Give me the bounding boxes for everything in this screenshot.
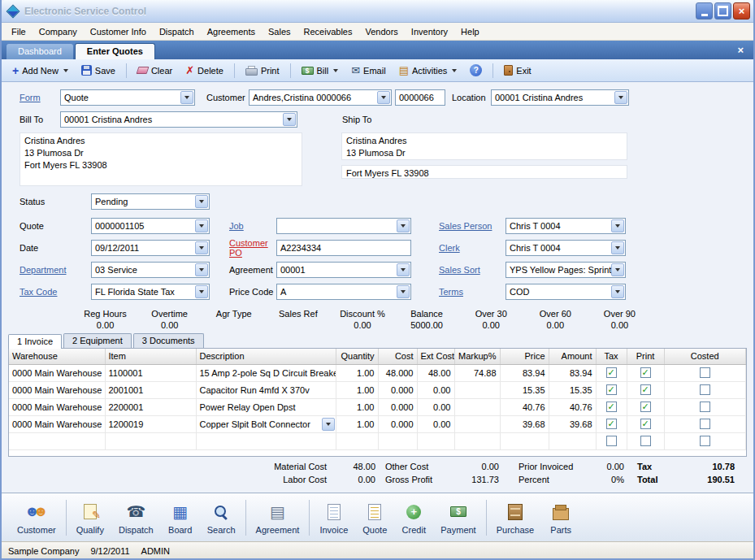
clerk-select[interactable]: Chris T 0004 (506, 240, 626, 256)
dropdown-arrow-icon[interactable] (611, 285, 624, 298)
cell-warehouse[interactable]: 0000 Main Warehouse (9, 398, 105, 415)
tab-enter-quotes[interactable]: Enter Quotes (75, 43, 155, 59)
dropdown-arrow-icon[interactable] (397, 285, 410, 298)
cell-price[interactable]: 15.35 (500, 381, 549, 398)
cell-amount[interactable]: 15.35 (549, 381, 596, 398)
table-row[interactable] (9, 432, 746, 449)
col-price[interactable]: Price (500, 349, 549, 364)
search-shortcut-button[interactable]: Search (200, 497, 243, 538)
cell-item[interactable] (105, 432, 196, 449)
payment-shortcut-button[interactable]: $ Payment (433, 497, 483, 538)
quote-shortcut-button[interactable]: Quote (355, 497, 394, 538)
date-select[interactable]: 09/12/2011 (91, 240, 210, 256)
menu-company[interactable]: Company (33, 24, 84, 39)
cell-item[interactable]: 1100001 (105, 364, 196, 381)
cell-description[interactable]: 15 Amp 2-pole Sq D Circuit Breake (196, 364, 336, 381)
tax-code-link-label[interactable]: Tax Code (20, 287, 91, 297)
dropdown-arrow-icon[interactable] (611, 219, 624, 232)
ship-city-box[interactable]: Fort Myers FL 33908 (341, 165, 627, 179)
table-row[interactable]: 0000 Main Warehouse 2200001 Power Relay … (9, 398, 746, 415)
cell-quantity[interactable]: 1.00 (336, 364, 378, 381)
cell-item[interactable]: 2001001 (105, 381, 196, 398)
tax-checkbox[interactable] (606, 436, 617, 446)
department-link-label[interactable]: Department (20, 265, 91, 275)
cell-amount[interactable] (549, 432, 596, 449)
cell-description[interactable]: Copper Slpit Bolt Connector (196, 415, 336, 432)
dropdown-arrow-icon[interactable] (397, 263, 410, 276)
invoice-shortcut-button[interactable]: Invoice (312, 497, 355, 538)
cell-item[interactable]: 2200001 (105, 398, 196, 415)
table-row[interactable]: 0000 Main Warehouse 1100001 15 Amp 2-pol… (9, 364, 746, 381)
menu-customer-info[interactable]: Customer Info (84, 24, 153, 39)
menu-vendors[interactable]: Vendors (358, 24, 404, 39)
cell-ext-cost[interactable]: 0.00 (417, 415, 454, 432)
menu-help[interactable]: Help (454, 24, 486, 39)
costed-checkbox[interactable] (700, 367, 710, 378)
table-row[interactable]: 0000 Main Warehouse 1200019 Copper Slpit… (9, 415, 746, 432)
add-new-dropdown-icon[interactable] (63, 69, 68, 72)
cell-quantity[interactable]: 1.00 (336, 415, 378, 432)
cell-price[interactable]: 40.76 (500, 398, 549, 415)
col-tax[interactable]: Tax (596, 349, 627, 364)
cell-description[interactable]: Capacitor Run 4mfd X 370v (196, 381, 336, 398)
dropdown-arrow-icon[interactable] (195, 241, 208, 254)
cell-warehouse[interactable] (9, 432, 105, 449)
credit-shortcut-button[interactable]: + Credit (394, 497, 433, 538)
agreement-shortcut-button[interactable]: ▤ Agreement (249, 497, 307, 538)
job-link-label[interactable]: Job (229, 221, 276, 231)
bill-address-box[interactable]: Cristina Andres 13 Plumosa Dr Fort Myers… (20, 132, 302, 186)
parts-shortcut-button[interactable]: Parts (541, 497, 580, 538)
dispatch-shortcut-button[interactable]: ☎ Dispatch (111, 497, 161, 538)
col-warehouse[interactable]: Warehouse (9, 349, 105, 364)
bill-dropdown-icon[interactable] (333, 69, 338, 72)
help-button[interactable]: ? (464, 62, 488, 79)
ship-address-box[interactable]: Cristina Andres 13 Plumosa Dr (341, 132, 627, 160)
exit-button[interactable]: Exit (498, 63, 536, 78)
cell-description[interactable] (196, 432, 336, 449)
bill-button[interactable]: $ Bill (296, 63, 345, 78)
customer-select[interactable]: Andres,Cristina 0000066 (249, 89, 392, 106)
form-select[interactable]: Quote (60, 89, 195, 106)
add-new-button[interactable]: + Add New (7, 63, 74, 78)
tax-checkbox[interactable] (606, 419, 617, 429)
col-costed[interactable]: Costed (664, 349, 746, 364)
cell-warehouse[interactable]: 0000 Main Warehouse (9, 364, 105, 381)
description-dropdown-icon[interactable] (322, 418, 335, 431)
print-checkbox[interactable] (640, 436, 651, 446)
bill-to-select[interactable]: 00001 Cristina Andres (60, 111, 297, 128)
cell-price[interactable]: 39.68 (500, 415, 549, 432)
dropdown-arrow-icon[interactable] (614, 91, 627, 104)
cell-markup[interactable] (454, 398, 500, 415)
print-button[interactable]: Print (240, 63, 285, 78)
tab-documents[interactable]: 3 Documents (133, 333, 204, 348)
cell-price[interactable] (500, 432, 549, 449)
col-cost[interactable]: Cost (378, 349, 417, 364)
cell-markup[interactable] (454, 381, 500, 398)
clear-button[interactable]: Clear (132, 63, 178, 78)
dropdown-arrow-icon[interactable] (195, 195, 208, 208)
costed-checkbox[interactable] (700, 419, 710, 429)
dropdown-arrow-icon[interactable] (397, 219, 410, 232)
agreement-select[interactable]: 00001 (276, 262, 411, 278)
save-button[interactable]: Save (76, 63, 121, 78)
col-print[interactable]: Print (627, 349, 664, 364)
cell-amount[interactable]: 83.94 (549, 364, 596, 381)
dropdown-arrow-icon[interactable] (377, 91, 390, 104)
sales-sort-select[interactable]: YPS Yellow Pages: Sprint (506, 262, 626, 278)
cell-description[interactable]: Power Relay Open Dpst (196, 398, 336, 415)
col-amount[interactable]: Amount (549, 349, 596, 364)
cell-ext-cost[interactable]: 48.00 (417, 364, 454, 381)
costed-checkbox[interactable] (700, 436, 710, 446)
tax-checkbox[interactable] (606, 384, 617, 395)
cell-quantity[interactable]: 1.00 (336, 398, 378, 415)
menu-receivables[interactable]: Receivables (297, 24, 359, 39)
activities-button[interactable]: ▤ Activities (393, 63, 463, 78)
print-checkbox[interactable] (640, 402, 651, 412)
cell-cost[interactable]: 0.000 (378, 415, 417, 432)
close-button[interactable]: × (733, 2, 750, 20)
tab-invoice[interactable]: 1 Invoice (8, 334, 62, 349)
dropdown-arrow-icon[interactable] (180, 91, 193, 104)
tab-close-icon[interactable]: × (732, 44, 748, 59)
cell-cost[interactable]: 48.000 (378, 364, 417, 381)
location-select[interactable]: 00001 Cristina Andres (491, 89, 629, 106)
